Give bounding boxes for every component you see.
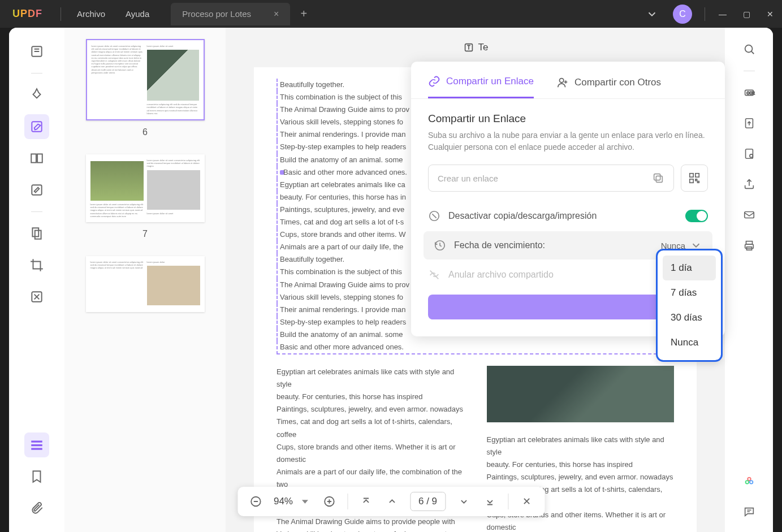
svg-rect-18	[744, 212, 754, 218]
dropdown-item-1day[interactable]: 1 día	[663, 256, 716, 280]
tab-label: Compartir un Enlace	[446, 76, 534, 87]
prev-page-icon[interactable]	[384, 494, 400, 509]
main-content: lorem ipsum dolor sit amet consectetur a…	[9, 28, 773, 532]
svg-point-22	[748, 478, 751, 481]
email-icon[interactable]	[740, 206, 758, 224]
expiry-value-text: Nunca	[661, 241, 685, 250]
thumbnail-number: 6	[64, 127, 226, 137]
separator	[744, 71, 755, 71]
thumbnail-number: 7	[64, 229, 226, 239]
last-page-icon[interactable]	[482, 494, 498, 509]
tab-title: Proceso por Lotes	[182, 9, 251, 19]
reader-icon[interactable]	[24, 39, 49, 64]
ocr-icon[interactable]: OCR	[740, 84, 758, 102]
expiry-selector[interactable]: Nunca	[661, 239, 702, 252]
link-icon	[428, 75, 440, 88]
dropdown-item-never[interactable]: Nunca	[663, 330, 716, 355]
first-page-icon[interactable]	[358, 494, 374, 509]
comment-icon[interactable]	[740, 503, 758, 521]
next-page-icon[interactable]	[456, 494, 472, 509]
svg-rect-4	[32, 185, 41, 194]
svg-point-17	[749, 154, 753, 158]
dropdown-item-30days[interactable]: 30 días	[663, 305, 716, 330]
tab-share-others[interactable]: Compartir con Otros	[556, 75, 661, 98]
bookmark-icon[interactable]	[24, 464, 49, 489]
toggle-switch[interactable]	[685, 210, 708, 222]
svg-rect-30	[690, 179, 693, 183]
menu-ayuda[interactable]: Ayuda	[115, 9, 159, 19]
share-link-input[interactable]: Crear un enlace	[428, 165, 674, 192]
expiry-dropdown: 1 día 7 días 30 días Nunca	[658, 250, 721, 360]
separator	[31, 73, 42, 73]
thumbnail-page-8[interactable]: lorem ipsum dolor sit amet consectetur a…	[86, 256, 205, 312]
menu-archivo[interactable]: Archivo	[67, 9, 115, 19]
separator	[31, 211, 42, 212]
text-icon[interactable]	[463, 41, 475, 54]
svg-point-24	[749, 481, 753, 484]
thumbnail-page-7[interactable]: lorem ipsum dolor sit amet consectetur a…	[86, 154, 205, 222]
thumbnails-icon[interactable]	[24, 432, 49, 457]
svg-rect-9	[31, 440, 42, 442]
user-add-icon	[556, 76, 569, 89]
svg-rect-19	[746, 241, 752, 245]
crop-icon[interactable]	[24, 253, 49, 278]
qr-code-button[interactable]	[681, 165, 708, 192]
close-bar-icon[interactable]: ✕	[519, 494, 534, 509]
tab-share-link[interactable]: Compartir un Enlace	[428, 75, 534, 98]
unlink-icon	[428, 269, 440, 281]
minimize-icon[interactable]: —	[711, 10, 735, 19]
separator	[347, 494, 348, 509]
svg-rect-10	[31, 448, 42, 449]
page-number-input[interactable]: 6 / 9	[410, 492, 446, 511]
highlight-icon[interactable]	[24, 83, 49, 107]
share-icon[interactable]	[740, 175, 758, 193]
svg-rect-3	[37, 154, 42, 162]
print-icon[interactable]	[740, 236, 758, 254]
dropdown-icon	[299, 495, 311, 508]
add-tab-icon[interactable]: +	[300, 7, 307, 20]
svg-rect-1	[32, 122, 41, 131]
qr-icon	[688, 172, 701, 184]
right-rail: OCR	[725, 28, 773, 532]
zoom-level[interactable]: 94%	[274, 495, 311, 508]
avatar[interactable]: C	[673, 5, 692, 24]
toolbar-text-label: Te	[478, 42, 489, 53]
svg-rect-8	[31, 444, 42, 446]
no-copy-icon	[428, 210, 440, 222]
attachment-icon[interactable]	[24, 496, 49, 521]
history-icon	[434, 239, 446, 252]
organize-icon[interactable]	[24, 221, 49, 246]
search-icon[interactable]	[740, 40, 758, 58]
svg-rect-28	[690, 174, 693, 177]
page-compare-icon[interactable]	[24, 146, 49, 171]
document-tab[interactable]: Proceso por Lotes ×	[171, 3, 290, 25]
convert-icon[interactable]	[740, 114, 758, 132]
window-close-icon[interactable]: ✕	[758, 10, 782, 19]
zoom-out-button[interactable]	[248, 494, 263, 509]
dropdown-item-7days[interactable]: 7 días	[663, 280, 716, 305]
svg-rect-27	[654, 174, 660, 180]
share-panel-description: Suba su archivo a la nube para enviar a …	[411, 129, 725, 153]
thumbnail-strip[interactable]: lorem ipsum dolor sit amet consectetur a…	[64, 28, 226, 532]
copy-icon[interactable]	[652, 172, 664, 184]
svg-marker-33	[301, 500, 308, 503]
svg-text:OCR: OCR	[746, 91, 755, 95]
chevron-down-icon[interactable]	[646, 8, 658, 20]
divider	[705, 7, 705, 21]
maximize-icon[interactable]: ▢	[735, 10, 758, 19]
thumbnail-page-6[interactable]: lorem ipsum dolor sit amet consectetur a…	[86, 39, 205, 120]
svg-point-25	[559, 78, 563, 82]
redact-icon[interactable]	[24, 284, 49, 309]
updf-flower-icon[interactable]	[740, 472, 758, 490]
stamp-icon[interactable]	[24, 178, 49, 202]
svg-rect-2	[31, 154, 36, 162]
zoom-bar: 94% 6 / 9 ✕	[237, 487, 545, 516]
left-rail	[9, 28, 64, 532]
close-icon[interactable]: ×	[274, 9, 279, 19]
svg-point-23	[745, 481, 749, 484]
zoom-in-button[interactable]	[321, 494, 337, 509]
protect-icon[interactable]	[740, 145, 758, 163]
svg-rect-29	[695, 174, 699, 177]
edit-icon[interactable]	[24, 114, 49, 139]
option-label: Fecha de vencimiento:	[454, 240, 653, 250]
